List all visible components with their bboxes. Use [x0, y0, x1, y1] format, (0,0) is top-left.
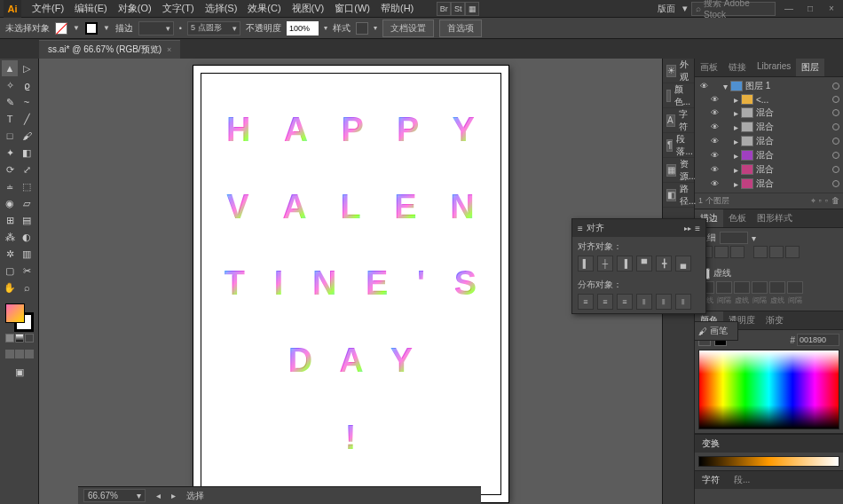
none-mode[interactable]	[25, 334, 34, 343]
dash-input[interactable]	[734, 281, 750, 294]
gap-input[interactable]	[716, 281, 732, 294]
bridge-icon[interactable]: Br	[437, 2, 451, 16]
hex-input[interactable]: 001890	[797, 334, 839, 346]
stroke-chevron-icon[interactable]: ▼	[103, 24, 110, 32]
new-sublayer-icon[interactable]: ▫	[819, 196, 822, 206]
target-icon[interactable]	[832, 123, 839, 130]
menu-view[interactable]: 视图(V)	[287, 0, 330, 17]
menu-type[interactable]: 文字(T)	[157, 0, 200, 17]
visibility-icon[interactable]: 👁	[709, 150, 720, 161]
doc-setup-button[interactable]: 文档设置	[382, 20, 434, 37]
stroke-weight-dropdown[interactable]: ▾	[138, 21, 174, 35]
sublayer-row[interactable]: 👁▸混合	[697, 120, 841, 134]
close-tab-icon[interactable]: ×	[167, 45, 171, 54]
target-icon[interactable]	[832, 180, 839, 187]
fill-color-swatch[interactable]	[5, 303, 25, 323]
assets-strip[interactable]: ▦资源...	[663, 158, 694, 183]
target-icon[interactable]	[832, 83, 839, 90]
menu-window[interactable]: 窗口(W)	[329, 0, 375, 17]
align-left[interactable]: ▌	[578, 256, 594, 272]
direct-selection-tool[interactable]: ▷	[19, 60, 35, 76]
visibility-icon[interactable]: 👁	[709, 94, 720, 105]
stroke-swatch[interactable]	[85, 22, 98, 35]
weight-chevron-icon[interactable]: ▾	[752, 233, 756, 243]
opacity-chevron-icon[interactable]: ▾	[324, 24, 327, 32]
gap-input[interactable]	[752, 281, 768, 294]
corner-miter[interactable]	[753, 246, 768, 258]
brush-dropdown[interactable]: 5 点圆形▾	[187, 21, 240, 35]
visibility-icon[interactable]: 👁	[709, 107, 720, 118]
rectangle-tool[interactable]: □	[2, 128, 18, 144]
gap-input[interactable]	[787, 281, 803, 294]
tab-libraries[interactable]: Libraries	[752, 59, 796, 76]
eraser-tool[interactable]: ◧	[19, 145, 35, 161]
layout-chevron-icon[interactable]: ▾	[682, 3, 688, 14]
rotate-tool[interactable]: ⟳	[2, 161, 18, 177]
tab-swatches[interactable]: 色板	[723, 209, 752, 227]
shape-builder-tool[interactable]: ◉	[2, 195, 18, 211]
expand-icon[interactable]: ▸	[734, 179, 738, 189]
opacity-input[interactable]: 100%	[287, 21, 319, 35]
target-icon[interactable]	[832, 109, 839, 116]
style-chevron-icon[interactable]: ▾	[374, 24, 377, 32]
stock-search-input[interactable]: ⌕ 搜索 Adobe Stock	[691, 2, 776, 16]
magic-wand-tool[interactable]: ✧	[2, 77, 18, 93]
new-layer-icon[interactable]: ▫	[825, 196, 828, 206]
tab-transform[interactable]: 变换	[695, 435, 727, 453]
paragraph-strip[interactable]: ¶段落...	[663, 133, 694, 158]
corner-round[interactable]	[769, 246, 784, 258]
cap-projecting[interactable]	[730, 246, 745, 258]
window-minimize[interactable]: —	[781, 3, 797, 15]
mesh-tool[interactable]: ⊞	[2, 212, 18, 228]
draw-behind[interactable]	[15, 350, 24, 358]
expand-icon[interactable]: ▾	[723, 82, 728, 91]
arrange-icon[interactable]: ▦	[465, 2, 479, 16]
target-icon[interactable]	[832, 166, 839, 173]
expand-icon[interactable]: ▸	[734, 122, 738, 132]
sublayer-row[interactable]: 👁▸混合	[697, 162, 841, 177]
lasso-tool[interactable]: ϱ	[19, 77, 35, 93]
sublayer-row[interactable]: 👁▸混合	[697, 148, 841, 162]
nav-left-icon[interactable]: ◂	[156, 491, 161, 500]
tab-paragraph[interactable]: 段...	[727, 471, 757, 489]
paintbrush-tool[interactable]: 🖌	[19, 128, 35, 144]
window-maximize[interactable]: □	[802, 3, 818, 15]
menu-effect[interactable]: 效果(C)	[242, 0, 286, 17]
scale-tool[interactable]: ⤢	[19, 161, 35, 177]
canvas-area[interactable]: H A P P Y V A L E N T I N E	[39, 59, 662, 504]
gradient-mode[interactable]	[15, 334, 24, 343]
align-top[interactable]: ▀	[636, 256, 652, 272]
preferences-button[interactable]: 首选项	[439, 20, 482, 37]
locate-icon[interactable]: ⌖	[811, 196, 815, 206]
sublayer-row[interactable]: 👁▸混合	[697, 177, 841, 191]
zoom-dropdown[interactable]: 66.67% ▾	[83, 489, 146, 502]
expand-icon[interactable]: ▸	[734, 165, 738, 175]
align-vcenter[interactable]: ╋	[656, 256, 672, 272]
target-icon[interactable]	[832, 138, 839, 145]
shaper-tool[interactable]: ✦	[2, 145, 18, 161]
free-transform-tool[interactable]: ⬚	[19, 178, 35, 194]
style-swatch[interactable]	[356, 22, 368, 35]
tab-gradient[interactable]: 渐变	[760, 311, 789, 329]
expand-icon[interactable]: ▸	[734, 95, 738, 105]
target-icon[interactable]	[832, 152, 839, 159]
corner-bevel[interactable]	[785, 246, 800, 258]
color-strip[interactable]: 颜色...	[663, 83, 694, 108]
align-bottom[interactable]: ▄	[675, 256, 691, 272]
layout-label[interactable]: 版面	[658, 3, 675, 15]
menu-select[interactable]: 选择(S)	[200, 0, 243, 17]
layer-row[interactable]: 👁 ▾ 图层 1	[697, 79, 841, 93]
panel-menu-icon[interactable]: ≡	[695, 224, 700, 233]
perspective-tool[interactable]: ▱	[19, 195, 35, 211]
sublayer-row[interactable]: 👁▸<...	[697, 93, 841, 106]
align-hcenter[interactable]: ┼	[597, 256, 613, 272]
expand-icon[interactable]: ▸	[734, 151, 738, 161]
pathfinder-strip[interactable]: ◧路径...	[663, 183, 694, 208]
symbol-sprayer-tool[interactable]: ✲	[2, 246, 18, 262]
zoom-tool[interactable]: ⌕	[19, 280, 35, 295]
document-tab[interactable]: ss.ai* @ 66.67% (RGB/预览) ×	[39, 40, 180, 59]
visibility-icon[interactable]: 👁	[709, 164, 720, 175]
screen-mode[interactable]: ▣	[12, 364, 28, 380]
line-tool[interactable]: ╱	[19, 111, 35, 127]
align-panel[interactable]: ≡ 对齐 ▸▸ ≡ 对齐对象： ▌ ┼ ▐ ▀ ╋ ▄ 分布对象： ≡	[571, 218, 706, 314]
